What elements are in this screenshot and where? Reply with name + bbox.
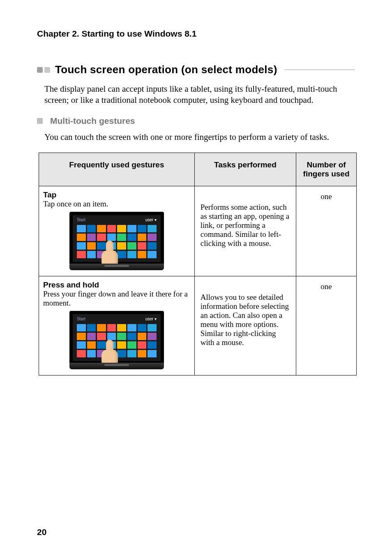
gestures-table: Frequently used gestures Tasks performed… xyxy=(39,153,357,375)
page-number: 20 xyxy=(37,527,46,537)
user-indicator-icon: user ▾ xyxy=(145,317,157,321)
section-title: Touch screen operation (on select models… xyxy=(55,63,277,76)
gesture-desc: Press your finger down and leave it ther… xyxy=(43,290,190,308)
task-cell: Performs some action, such as starting a… xyxy=(194,186,296,276)
laptop-illustration-icon: Start user ▾ xyxy=(69,311,164,369)
table-row: Press and hold Press your finger down an… xyxy=(39,276,357,375)
subsection-title: Multi-touch gestures xyxy=(50,116,135,126)
col-header-tasks: Tasks performed xyxy=(194,153,296,186)
chapter-title: Chapter 2. Starting to use Windows 8.1 xyxy=(37,29,355,39)
finger-hold-icon xyxy=(101,340,118,365)
bullet-double-box-icon xyxy=(37,67,50,73)
table-header-row: Frequently used gestures Tasks performed… xyxy=(39,153,357,186)
table-row: Tap Tap once on an item. Start user ▾ xyxy=(39,186,357,276)
gesture-title: Press and hold xyxy=(43,280,190,290)
gesture-title: Tap xyxy=(43,190,190,199)
section-heading-row: Touch screen operation (on select models… xyxy=(37,63,355,76)
subsection-heading-row: Multi-touch gestures xyxy=(37,116,355,126)
subsection-intro-paragraph: You can touch the screen with one or mor… xyxy=(37,132,355,143)
start-label: Start xyxy=(77,218,85,222)
laptop-illustration-icon: Start user ▾ xyxy=(69,212,164,270)
col-header-gestures: Frequently used gestures xyxy=(39,153,195,186)
bullet-square-icon xyxy=(37,118,43,124)
col-header-fingers: Number of fingers used xyxy=(296,153,357,186)
start-label: Start xyxy=(77,317,85,321)
section-intro-paragraph: The display panel can accept inputs like… xyxy=(37,83,355,106)
fingers-cell: one xyxy=(296,186,357,276)
decorative-rule-icon xyxy=(285,69,355,70)
fingers-cell: one xyxy=(296,276,357,375)
user-indicator-icon: user ▾ xyxy=(145,218,157,222)
gesture-desc: Tap once on an item. xyxy=(43,199,190,208)
task-cell: Allows you to see detailed information b… xyxy=(194,276,296,375)
finger-tap-icon xyxy=(101,241,118,266)
